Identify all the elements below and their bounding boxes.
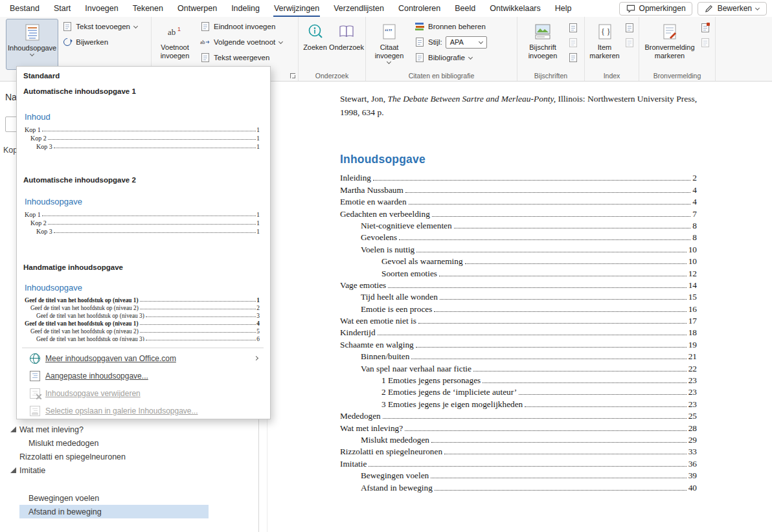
toc-entry-label: Mislukt mededogen <box>361 435 429 445</box>
next-footnote-label: Volgende voetnoot <box>214 38 275 46</box>
update-index-button[interactable] <box>624 38 635 48</box>
chevron-right-icon <box>255 356 260 360</box>
preview-toc-entry: Geef de titel van het hoofdstuk op (nive… <box>25 335 260 341</box>
toc-entry[interactable]: Afstand in beweging 40 <box>340 481 697 493</box>
nav-heading-item[interactable]: Wat met inleving? <box>10 423 209 436</box>
ribbon-tab[interactable]: Controleren <box>391 0 448 17</box>
researcher-button[interactable]: Onderzoek <box>330 19 363 70</box>
preview-entries: Geef de titel van het hoofdstuk op (nive… <box>25 296 260 341</box>
insert-index-button[interactable] <box>624 23 635 33</box>
toc-entry[interactable]: Emotie is een proces 16 <box>340 302 697 314</box>
toc-entry-page: 28 <box>688 423 697 434</box>
toc-entry[interactable]: Schaamte en walging 19 <box>340 338 697 349</box>
update-table-of-authorities-button[interactable] <box>700 38 710 48</box>
add-text-button[interactable]: Tekst toevoegen <box>60 19 141 34</box>
nav-heading-item[interactable]: Mislukt mededogen <box>10 436 209 450</box>
comments-button[interactable]: Opmerkingen <box>619 2 692 16</box>
toc-entry[interactable]: Kindertijd 18 <box>340 326 697 338</box>
update-toc-icon <box>62 37 73 47</box>
nav-heading-item[interactable]: Bewegingen voelen <box>10 491 209 505</box>
dropdown-menu-item[interactable]: Selectie opslaan in galerie Inhoudsopgav… <box>22 402 264 419</box>
mark-citation-button[interactable]: Bronvermelding markeren <box>641 19 698 70</box>
toc-entry[interactable]: Gevoelens 8 <box>340 231 697 243</box>
mark-entry-button[interactable]: { } Item markeren <box>587 19 622 70</box>
toc-group-column: Tekst toevoegen Bijwerken <box>58 19 142 70</box>
insert-footnote-button[interactable]: ab1 Voetnoot invoegen <box>153 19 196 70</box>
footnotes-dialog-launcher-icon[interactable] <box>290 73 295 78</box>
toc-entry[interactable]: Mislukt mededogen 29 <box>340 434 697 445</box>
toc-entry[interactable]: Soorten emoties 12 <box>340 267 697 278</box>
insert-citation-button[interactable]: “” Citaat invoegen <box>368 19 411 70</box>
toc-heading: Inhoudsopgave <box>340 153 772 166</box>
update-toc-button[interactable]: Bijwerken <box>60 35 141 49</box>
preview-entry-page: 1 <box>256 135 260 142</box>
document-area[interactable]: Stewart, Jon, The Debate Between Sartre … <box>260 82 772 532</box>
insert-table-of-authorities-button[interactable] <box>700 23 710 33</box>
toc-entry[interactable]: Imitatie 36 <box>340 457 697 469</box>
toc-gallery-button[interactable]: Inhoudsopgave <box>6 19 58 70</box>
cross-reference-button[interactable] <box>568 52 578 63</box>
preview-entries: Kop 1 1 Kop 2 1 Kop 3 1 <box>25 125 260 150</box>
citation-style-select[interactable]: APA <box>446 36 487 49</box>
citation-icon: “” <box>381 22 397 41</box>
ribbon-tab[interactable]: Tekenen <box>126 0 170 17</box>
chevron-down-icon <box>479 40 484 45</box>
nav-heading-item[interactable]: Afstand in beweging <box>19 505 209 518</box>
bibliography-button[interactable]: Bibliografie <box>412 50 490 65</box>
ribbon-tab[interactable]: Help <box>548 0 579 17</box>
ribbon-tab[interactable]: Ontwikkelaars <box>482 0 548 17</box>
toc-entry[interactable]: Van spel naar verhaal naar fictie 22 <box>340 362 697 373</box>
toc-entry[interactable]: Emotie en waarden 4 <box>340 195 697 207</box>
toc-entry[interactable]: Wat een emotie niet is 17 <box>340 315 697 326</box>
toc-entry[interactable]: Wat met inleving? 28 <box>340 421 697 433</box>
editing-mode-button[interactable]: Bewerken <box>698 2 767 16</box>
toc-entry[interactable]: Niet-cognitieve elementen 8 <box>340 219 697 231</box>
toc-entry-label: Niet-cognitieve elementen <box>361 221 452 231</box>
toc-entry[interactable]: Binnen/buiten 21 <box>340 350 697 362</box>
insert-caption-button[interactable]: Bijschrift invoegen <box>519 19 566 70</box>
toc-entry[interactable]: Rizzolatti en spiegelneuronen 33 <box>340 445 697 457</box>
toc-entry[interactable]: Mededogen 25 <box>340 410 697 421</box>
toc-entry[interactable]: Gevoel als waarneming 10 <box>340 255 697 267</box>
update-table-of-figures-button[interactable] <box>568 38 578 48</box>
smart-lookup-label: Zoeken <box>303 43 327 52</box>
ribbon-tab[interactable]: Verwijzingen <box>267 0 326 17</box>
comment-icon <box>626 3 636 14</box>
toc-entry[interactable]: Tijd heelt alle wonden 15 <box>340 291 697 302</box>
ribbon-tab[interactable]: Verzendlijsten <box>326 0 391 17</box>
collapse-triangle-icon[interactable] <box>10 467 16 473</box>
toc-entry[interactable]: Inleiding 2 <box>340 172 697 183</box>
nav-heading-item[interactable]: Rizzolatti en spiegelneuronen <box>10 450 209 463</box>
toc-entry-label: Bewegingen voelen <box>361 471 429 481</box>
leader-dots <box>146 316 256 317</box>
ribbon-tab[interactable]: Bestand <box>3 0 47 17</box>
gallery-item-manual-toc[interactable]: Handmatige inhoudsopgave Inhoudsopgave G… <box>22 263 264 341</box>
toc-entry[interactable]: 3 Emoties jegens je eigen mogelijkheden … <box>340 397 697 409</box>
ribbon-tab[interactable]: Ontwerpen <box>170 0 224 17</box>
next-footnote-button[interactable]: ab Volgende voetnoot <box>198 35 286 49</box>
toc-entry[interactable]: Voelen is nuttig 10 <box>340 243 697 254</box>
gallery-item-automatic-toc-2[interactable]: Automatische inhoudsopgave 2 Inhoudsopga… <box>22 176 264 235</box>
toc-entry[interactable]: 2 Emoties jegens de ‘impliciete auteur’ … <box>340 386 697 397</box>
toc-entry[interactable]: Gedachten en verbeelding 7 <box>340 207 697 219</box>
toc-entry[interactable]: Martha Nussbaum 4 <box>340 183 697 195</box>
toc-entry[interactable]: 1 Emoties jegens personages 23 <box>340 374 697 386</box>
collapse-triangle-icon[interactable] <box>10 427 16 432</box>
gallery-item-automatic-toc-1[interactable]: Automatische inhoudsopgave 1 Inhoud Kop … <box>22 87 264 150</box>
smart-lookup-button[interactable]: Zoeken <box>301 19 330 70</box>
insert-table-of-figures-button[interactable] <box>568 23 578 33</box>
toc-entry[interactable]: Vage emoties 14 <box>340 279 697 291</box>
ribbon-tab[interactable]: Start <box>47 0 78 17</box>
style-label: Stijl: <box>428 38 442 46</box>
ribbon-tab[interactable]: Invoegen <box>78 0 125 17</box>
dropdown-menu-item[interactable]: Aangepaste inhoudsopgave... <box>22 367 264 384</box>
nav-heading-item[interactable]: Imitatie <box>10 463 209 477</box>
toc-entry[interactable]: Bewegingen voelen 39 <box>340 469 697 481</box>
insert-endnote-button[interactable]: Eindnoot invoegen <box>198 19 286 34</box>
dropdown-menu-item[interactable]: Inhoudsopgave verwijderen <box>22 384 264 402</box>
dropdown-menu-item[interactable]: Meer inhoudsopgaven van Office.com <box>22 349 264 367</box>
show-notes-button[interactable]: Tekst weergeven <box>198 50 286 65</box>
ribbon-tab[interactable]: Beeld <box>448 0 482 17</box>
ribbon-tab[interactable]: Indeling <box>224 0 267 17</box>
manage-sources-button[interactable]: Bronnen beheren <box>412 19 490 34</box>
